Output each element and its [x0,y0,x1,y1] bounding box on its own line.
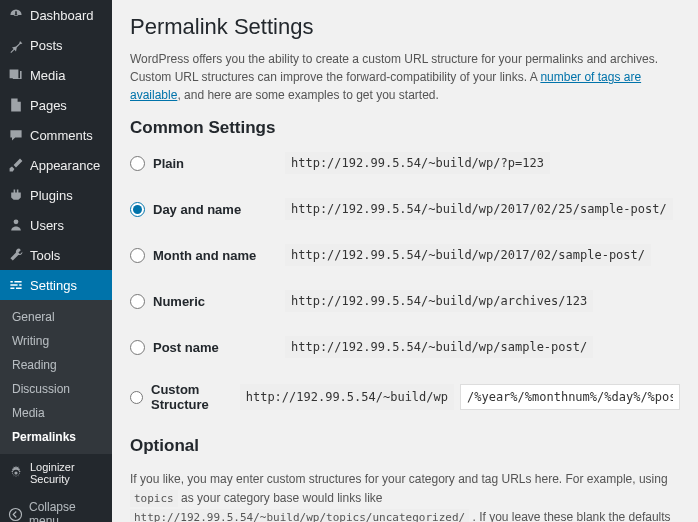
submenu-media[interactable]: Media [0,401,112,425]
option-custom-row: Custom Structure http://192.99.5.54/~bui… [130,382,680,412]
sidebar-item-label: Appearance [30,158,100,173]
user-icon [8,217,24,233]
submenu-writing[interactable]: Writing [0,329,112,353]
optional-description: If you like, you may enter custom struct… [130,470,680,522]
option-label: Custom Structure [151,382,240,412]
sidebar-item-settings[interactable]: Settings [0,270,112,300]
media-icon [8,67,24,83]
sidebar-item-label: Settings [30,278,77,293]
sidebar-item-plugins[interactable]: Plugins [0,180,112,210]
option-post-name-row: Post name http://192.99.5.54/~build/wp/s… [130,336,680,358]
collapse-icon [8,506,23,522]
custom-structure-input[interactable] [460,384,680,410]
option-label: Post name [153,340,219,355]
page-icon [8,97,24,113]
plugin-icon [8,187,24,203]
option-plain-row: Plain http://192.99.5.54/~build/wp/?p=12… [130,152,680,174]
sidebar-item-appearance[interactable]: Appearance [0,150,112,180]
option-label: Plain [153,156,184,171]
sidebar-item-label: Dashboard [30,8,94,23]
example-numeric: http://192.99.5.54/~build/wp/archives/12… [285,290,593,312]
sidebar-item-label: Comments [30,128,93,143]
sidebar-item-label: Media [30,68,65,83]
example-plain: http://192.99.5.54/~build/wp/?p=123 [285,152,550,174]
sidebar-item-tools[interactable]: Tools [0,240,112,270]
submenu-discussion[interactable]: Discussion [0,377,112,401]
dashboard-icon [8,7,24,23]
comment-icon [8,127,24,143]
submenu-permalinks[interactable]: Permalinks [0,425,112,449]
sidebar-item-users[interactable]: Users [0,210,112,240]
intro-text: WordPress offers you the ability to crea… [130,50,680,104]
sidebar-item-label: Users [30,218,64,233]
sidebar-item-dashboard[interactable]: Dashboard [0,0,112,30]
sidebar-item-media[interactable]: Media [0,60,112,90]
custom-prefix: http://192.99.5.54/~build/wp [240,384,454,410]
common-settings-heading: Common Settings [130,118,680,138]
option-month-name-row: Month and name http://192.99.5.54/~build… [130,244,680,266]
radio-numeric[interactable] [130,294,145,309]
wrench-icon [8,247,24,263]
radio-custom[interactable] [130,390,143,405]
admin-sidebar: Dashboard Posts Media Pages Comments App… [0,0,112,522]
radio-month-name[interactable] [130,248,145,263]
radio-plain[interactable] [130,156,145,171]
option-label: Month and name [153,248,256,263]
radio-day-name[interactable] [130,202,145,217]
svg-point-1 [10,508,22,520]
sidebar-item-label: Loginizer Security [30,461,112,485]
option-numeric-row: Numeric http://192.99.5.54/~build/wp/arc… [130,290,680,312]
sidebar-item-comments[interactable]: Comments [0,120,112,150]
sidebar-item-label: Plugins [30,188,73,203]
main-content: Permalink Settings WordPress offers you … [112,0,698,522]
submenu-reading[interactable]: Reading [0,353,112,377]
sliders-icon [8,277,24,293]
radio-post-name[interactable] [130,340,145,355]
sidebar-item-label: Posts [30,38,63,53]
example-day-name: http://192.99.5.54/~build/wp/2017/02/25/… [285,198,673,220]
gear-icon [8,465,24,481]
submenu-general[interactable]: General [0,305,112,329]
optional-heading: Optional [130,436,680,456]
page-title: Permalink Settings [130,14,680,40]
sidebar-item-loginizer[interactable]: Loginizer Security [0,454,112,492]
option-label: Day and name [153,202,241,217]
sidebar-item-label: Pages [30,98,67,113]
option-day-name-row: Day and name http://192.99.5.54/~build/w… [130,198,680,220]
example-post-name: http://192.99.5.54/~build/wp/sample-post… [285,336,593,358]
option-label: Numeric [153,294,205,309]
settings-submenu: General Writing Reading Discussion Media… [0,300,112,454]
sidebar-item-posts[interactable]: Posts [0,30,112,60]
example-month-name: http://192.99.5.54/~build/wp/2017/02/sam… [285,244,651,266]
sidebar-item-pages[interactable]: Pages [0,90,112,120]
brush-icon [8,157,24,173]
pin-icon [8,37,24,53]
svg-point-0 [14,219,19,224]
collapse-label: Collapse menu [29,500,104,522]
sidebar-item-label: Tools [30,248,60,263]
collapse-menu[interactable]: Collapse menu [0,492,112,522]
